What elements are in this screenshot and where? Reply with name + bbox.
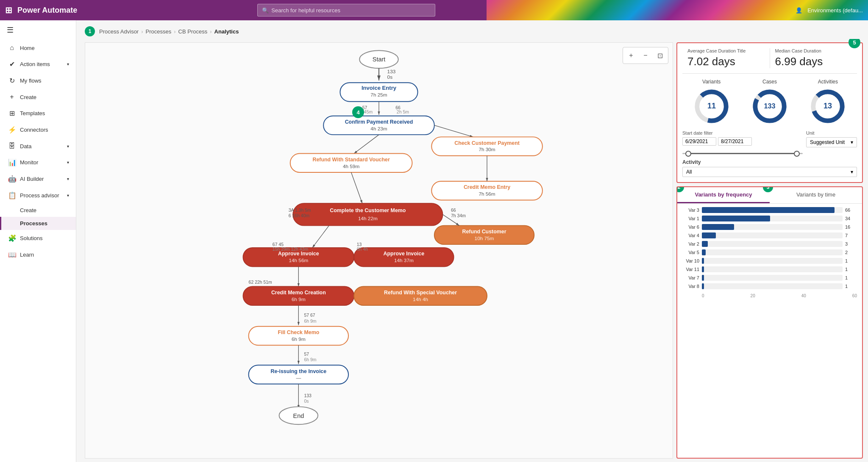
svg-text:6h 9m: 6h 9m [292, 296, 306, 302]
avg-case-duration-box: Average Case Duration Title 7.02 days [682, 48, 770, 68]
end-date-input[interactable] [718, 137, 752, 146]
sidebar-label-solutions: Solutions [20, 235, 42, 241]
sidebar-label-learn: Learn [20, 252, 34, 258]
range-slider[interactable] [682, 149, 803, 158]
stats-top: Average Case Duration Title 7.02 days Me… [682, 48, 857, 74]
unit-select[interactable]: Suggested Unit ▾ [806, 137, 857, 147]
svg-text:Check Customer Payment: Check Customer Payment [454, 140, 520, 146]
start-date-input[interactable] [682, 137, 716, 146]
create-icon: + [8, 93, 16, 101]
svg-text:14h 22m: 14h 22m [358, 216, 378, 221]
bar-value: 7 [845, 233, 857, 238]
svg-text:15h 29m  12h 43m: 15h 29m 12h 43m [273, 247, 309, 252]
activity-label: Activity [682, 159, 857, 165]
svg-line-17 [434, 125, 473, 137]
svg-line-29 [351, 172, 362, 203]
breadcrumb-cb-process[interactable]: CB Process [178, 28, 208, 35]
learn-icon: 📖 [8, 251, 16, 259]
svg-text:3A   1.3h 5m: 3A 1.3h 5m [289, 208, 311, 213]
sidebar-label-ai-builder: AI Builder [20, 176, 44, 182]
median-case-duration-box: Median Case Duration 6.99 days [770, 48, 857, 68]
bar-value: 1 [845, 284, 857, 289]
sidebar-item-create-sub[interactable]: Create [0, 204, 76, 217]
content-area: 1 Process Advisor › Processes › CB Proce… [76, 20, 868, 462]
sidebar-label-create-sub: Create [20, 207, 36, 213]
breadcrumb-process-advisor[interactable]: Process Advisor [99, 28, 139, 35]
svg-text:62    22h 51m: 62 22h 51m [249, 280, 273, 285]
axis-60: 60 [852, 293, 857, 298]
main-layout: ☰ ⌂ Home ✔ Action items ▾ ↻ My flows + C… [0, 20, 868, 462]
fit-button[interactable]: ⊡ [654, 49, 666, 62]
svg-text:Refund With Standard Voucher: Refund With Standard Voucher [312, 157, 389, 163]
search-box[interactable]: 🔍 [257, 4, 435, 17]
topbar-right: 👤 Environments (defau... [796, 7, 863, 14]
ai-builder-icon: 🤖 [8, 175, 16, 183]
bar-value: 34 [845, 216, 857, 221]
svg-text:Start: Start [373, 56, 385, 63]
zoom-in-button[interactable]: + [625, 49, 637, 62]
sidebar-label-create: Create [20, 94, 36, 100]
sep2: › [174, 28, 175, 35]
sidebar-item-templates[interactable]: ⊞ Templates [0, 105, 76, 122]
activity-value: All [686, 169, 692, 175]
monitor-icon: 📊 [8, 158, 16, 166]
sidebar-item-monitor[interactable]: 📊 Monitor ▾ [0, 154, 76, 171]
sidebar-item-data[interactable]: 🗄 Data ▾ [0, 138, 76, 154]
tab-variants-frequency[interactable]: Variants by frequency [677, 187, 770, 203]
svg-text:6h 9m: 6h 9m [304, 319, 316, 324]
sep1: › [141, 28, 143, 35]
app-logo: ⊞ Power Automate [5, 5, 77, 15]
breadcrumb-processes[interactable]: Processes [146, 28, 172, 35]
range-thumb-left[interactable] [685, 151, 691, 157]
svg-text:0s: 0s [304, 399, 309, 404]
sidebar-label-monitor: Monitor [20, 159, 38, 166]
bar-fill [702, 232, 716, 238]
bar-fill [702, 258, 704, 264]
sidebar-item-processes[interactable]: Processes [0, 217, 76, 230]
bar-track [702, 232, 843, 238]
sidebar-item-connectors[interactable]: ⚡ Connectors [0, 122, 76, 138]
bar-label: Var 5 [682, 250, 699, 255]
axis-0: 0 [702, 293, 704, 298]
bar-fill [702, 249, 706, 255]
sidebar-item-my-flows[interactable]: ↻ My flows [0, 72, 76, 89]
svg-text:67     45: 67 45 [273, 242, 284, 247]
sidebar-item-solutions[interactable]: 🧩 Solutions [0, 230, 76, 246]
range-fill [688, 153, 797, 154]
bar-label: Var 3 [682, 207, 699, 213]
svg-text:Refund With Special Voucher: Refund With Special Voucher [384, 290, 457, 296]
svg-text:7h 56m: 7h 56m [479, 191, 495, 196]
svg-text:Refund Customer: Refund Customer [462, 229, 506, 235]
unit-box: Unit Suggested Unit ▾ [806, 130, 857, 147]
sidebar-item-create[interactable]: + Create [0, 89, 76, 105]
bar-track [702, 258, 843, 264]
tab-variants-time[interactable]: Variants by time [770, 187, 862, 203]
sidebar-item-learn[interactable]: 📖 Learn [0, 246, 76, 263]
activity-select[interactable]: All ▾ [682, 167, 857, 177]
svg-text:Invoice Entry: Invoice Entry [362, 85, 397, 91]
grid-icon: ⊞ [5, 5, 12, 15]
bar-fill [702, 241, 708, 247]
topbar: ⊞ Power Automate 🔍 👤 Environments (defau… [0, 0, 868, 20]
environment-label[interactable]: Environments (defau... [807, 7, 863, 14]
zoom-out-button[interactable]: − [639, 49, 652, 62]
bar-label: Var 8 [682, 284, 699, 289]
bar-track [702, 283, 843, 289]
sidebar-label-processes: Processes [20, 220, 47, 227]
range-thumb-right[interactable] [794, 151, 800, 157]
bar-track [702, 224, 843, 230]
bar-rows-container: Var 3 66 Var 1 34 Var 6 16 Var 4 7 Var 2… [682, 207, 857, 289]
bar-row: Var 8 1 [682, 283, 857, 289]
sidebar-item-ai-builder[interactable]: 🤖 AI Builder ▾ [0, 171, 76, 187]
donut-cases-label: Cases [762, 79, 777, 85]
unit-label: Unit [806, 130, 857, 136]
search-input[interactable] [271, 7, 431, 14]
donut-activities-label: Activities [818, 79, 838, 85]
start-date-label: Start date filter [682, 130, 803, 136]
sidebar-item-process-advisor[interactable]: 📋 Process advisor ▾ [0, 187, 76, 204]
process-map: 4 + − ⊡ Start [85, 42, 673, 459]
hamburger-button[interactable]: ☰ [0, 20, 76, 40]
sidebar-item-home[interactable]: ⌂ Home [0, 40, 76, 56]
svg-text:End: End [293, 412, 304, 419]
sidebar-item-action-items[interactable]: ✔ Action items ▾ [0, 56, 76, 72]
